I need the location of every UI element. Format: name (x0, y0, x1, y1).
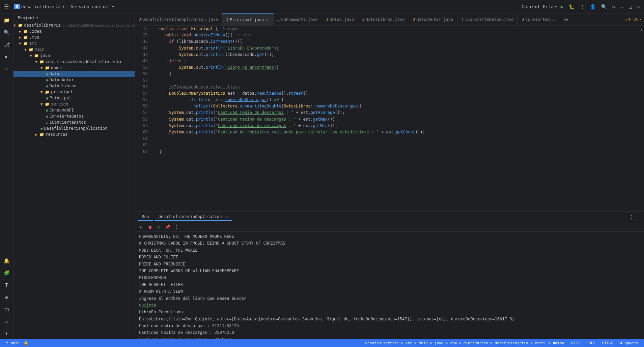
sidebar-item-terminal[interactable]: T (1, 280, 12, 290)
tab-convierte[interactable]: J ConvierteD... (518, 13, 561, 26)
breadcrumb-status: desafiolibreria > src > main > java > co… (363, 341, 566, 345)
settings-icon[interactable]: ⚙ (611, 3, 616, 11)
tab-close-principal[interactable]: ✕ (265, 18, 269, 22)
tab-datos[interactable]: J Datos.java (322, 13, 358, 26)
version-control-btn[interactable]: Version control ▾ (69, 3, 116, 10)
bottom-tab-close[interactable]: ✕ (226, 215, 228, 219)
code-line-59: System.out.println("Cantidad minima de d… (155, 123, 639, 129)
tree-convierte-datos[interactable]: ◉ ConvierteDatos (13, 113, 135, 119)
tree-datos-autor[interactable]: ◉ DatosAutor (13, 77, 135, 83)
sidebar-item-database[interactable]: 🗃 (1, 304, 12, 315)
bottom-tab-run[interactable]: Run (138, 213, 153, 221)
tree-src[interactable]: ▼ 📁 src (13, 40, 135, 46)
code-line-48: System.out.println(libroBuscado.get()); (155, 52, 639, 58)
tab-datos-libros[interactable]: J DatosLibros.java (358, 13, 409, 26)
restore-button[interactable]: ⊡ (155, 223, 163, 231)
cursor-position[interactable]: 63:6 (569, 341, 582, 345)
tree-datos-libros[interactable]: ◉ DatosLibros (13, 83, 135, 89)
project-dropdown-icon[interactable]: ▾ (36, 15, 38, 20)
editor-container[interactable]: 16 23 46 47 48 49 50 51 52 53 54 55 56 5… (135, 26, 644, 211)
tree-datos[interactable]: ◉ Datos (13, 71, 135, 77)
project-title-btn[interactable]: D desafiolibreria ▾ (12, 3, 67, 10)
tabs-more-button[interactable]: ≫ (561, 17, 571, 22)
debug-button[interactable]: 🐛 (567, 3, 576, 11)
code-line-49: }else { (155, 58, 639, 64)
tab-datos-autor[interactable]: J DatosAutor.java (409, 13, 457, 26)
maximize-button[interactable]: □ (627, 3, 633, 11)
console-line: MIDDLEMARCH (139, 274, 640, 281)
sidebar-item-problems[interactable]: ⚠ (1, 316, 12, 327)
tab-desafio-app[interactable]: J DesafiolibreriaApplication.java (135, 13, 222, 26)
console-object: DatosLibros[titulo=Don Quijote, autor=[D… (139, 316, 640, 322)
current-file-dropdown: ▾ (555, 4, 557, 9)
search-icon[interactable]: 🔍 (600, 3, 608, 11)
tab-iconvierte[interactable]: I IConvierteDatos.java (457, 13, 518, 26)
line-ending[interactable]: CRLF (584, 341, 597, 345)
console-line: THE COMPLETE WORKS OF WILLIAM SHAKESPEAR… (139, 267, 640, 274)
tree-service-folder[interactable]: ▼ 📁 service (13, 101, 135, 107)
tree-principal[interactable]: ◉ Principal (13, 95, 135, 101)
tree-iconvierte-datos[interactable]: ◎ IConvierteDatos (13, 119, 135, 125)
error-count: 4 (628, 17, 631, 22)
bottom-more-icon[interactable]: ⋮ (629, 215, 634, 219)
tree-consumo-api[interactable]: ◉ ConsumoAPI (13, 107, 135, 113)
encoding[interactable]: UTF-8 (600, 341, 615, 345)
sidebar-item-search[interactable]: 🔍 (1, 27, 12, 38)
sidebar-item-plugins[interactable]: 🧩 (1, 267, 12, 278)
code-line-56: . collect(Collectors.summarizingDouble(D… (155, 103, 639, 109)
sidebar-item-run[interactable]: ▶ (1, 51, 12, 62)
tree-mvn[interactable]: ▶ 📁 .mvn (13, 34, 135, 40)
console-stat-max: Cantidad maxima de descargas : 259762.0 (139, 329, 640, 336)
tree-resources[interactable]: ▶ 📁 resources (13, 131, 135, 137)
bottom-tabs-bar: Run DesafiolibreriaApplication ✕ ⋮ — (135, 212, 644, 222)
console-stat-avg: Cantidad media de descargas : 51211.5312… (139, 322, 640, 329)
current-file-selector[interactable]: Current File ▾ (522, 4, 557, 9)
toolbar-more[interactable]: ⋮ (173, 223, 180, 231)
git-branch[interactable]: ⎇ main (4, 341, 20, 345)
tree-root[interactable]: ▼ 📁 desafiolibreria C:\Users\ASUS\Docume… (13, 22, 135, 28)
project-panel: Project ▾ ▼ 📁 desafiolibreria C:\Users\A… (13, 13, 135, 339)
bottom-minimize-icon[interactable]: — (636, 215, 639, 219)
tree-java[interactable]: ▼ 📁 java (13, 53, 135, 59)
sidebar-item-bottom[interactable]: ⬇ (1, 328, 12, 339)
bottom-tab-app[interactable]: DesafiolibreriaApplication ✕ (155, 213, 232, 221)
tabs-bar: J DesafiolibreriaApplication.java J Prin… (135, 13, 644, 26)
indent-size[interactable]: 4 spaces (618, 341, 640, 345)
bottom-panel-actions: ⋮ — (627, 215, 641, 219)
version-control-label: Version control (71, 4, 110, 9)
app-name-label: desafiolibreria (21, 4, 61, 9)
sidebar-item-git[interactable]: ⎇ (1, 39, 12, 50)
profile-icon[interactable]: 👤 (589, 3, 597, 11)
pin-button[interactable]: 📌 (164, 223, 171, 231)
console-line: FRANKENSTEIN; OR, THE MODERN PROMETHEUS (139, 233, 640, 240)
sidebar-item-project[interactable]: 📁 (1, 15, 12, 26)
tree-desafio-app[interactable]: ◉ DesafiolibreriaApplication (13, 125, 135, 131)
hamburger-icon[interactable]: ☰ (3, 2, 10, 11)
app-dropdown-icon: ▾ (62, 4, 65, 9)
tree-model[interactable]: ▼ 📁 model (13, 65, 135, 71)
warnings-indicator[interactable]: ⚠ 4 ✓ 38 ▾ (622, 17, 644, 22)
close-button[interactable]: ✕ (636, 3, 641, 11)
tree-main[interactable]: ▼ 📁 main (13, 46, 135, 53)
code-editor[interactable]: public class Principal { 3 usages public… (152, 26, 639, 211)
status-path: 🔔 (24, 341, 28, 345)
warnings-dropdown[interactable]: ▾ (639, 17, 641, 22)
sidebar-item-notifications[interactable]: 🔔 (1, 255, 12, 266)
tab-principal[interactable]: J Principal.java ✕ (222, 13, 274, 26)
error-icon: ⚠ (625, 17, 627, 22)
warning-check-icon: ✓ (631, 17, 634, 22)
tab-consumo-api[interactable]: J ConsumoAPI.java (274, 13, 322, 26)
tree-package[interactable]: ▼ 📁 com.aluracursos.desafiolibreria (13, 59, 135, 65)
tree-principal-folder[interactable]: ▼ 📁 principal (13, 89, 135, 95)
sidebar-item-services[interactable]: ⚙ (1, 292, 12, 303)
stop-button[interactable]: ■ (146, 223, 154, 231)
sidebar-item-more[interactable]: ⋯ (1, 63, 12, 74)
rerun-button[interactable]: ↻ (138, 223, 145, 231)
code-line-57: System.out.println("Cantidad media de de… (155, 109, 639, 116)
tab-icon-datos-libros: J (362, 18, 364, 21)
tree-idea[interactable]: ▶ 📁 .idea (13, 28, 135, 34)
minimize-button[interactable]: — (619, 3, 625, 11)
run-button[interactable]: ▶ (559, 3, 565, 11)
console-line: PRIDE AND PREJUDICE (139, 261, 640, 267)
topbar-more-button[interactable]: ⋮ (579, 3, 586, 11)
